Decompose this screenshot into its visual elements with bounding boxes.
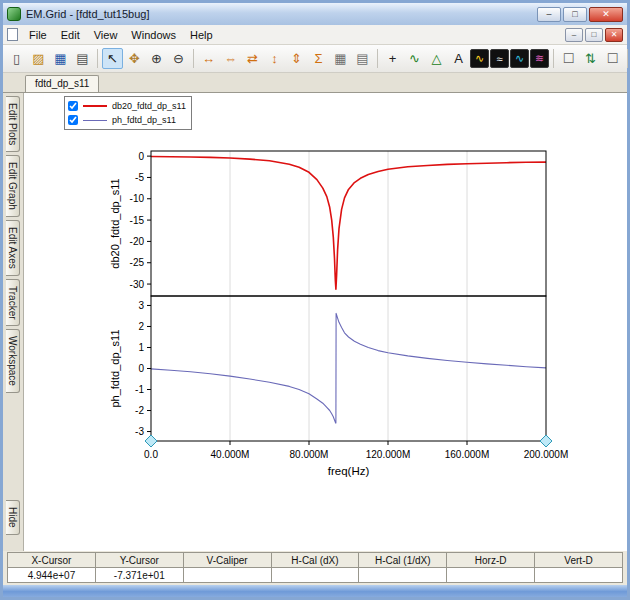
legend-label: ph_fdtd_dp_s11	[112, 115, 176, 125]
axis-handle-icon[interactable]	[540, 435, 552, 447]
toolbar-separator	[377, 49, 378, 68]
status-value-h-cal-dx-	[271, 568, 359, 583]
window-bottom-frame	[3, 585, 627, 597]
sidebar-tab-tracker[interactable]: Tracker	[6, 279, 20, 327]
chart-canvas: 0-5-10-15-20-25-30db20_fdtd_dp_s113210-1…	[24, 93, 627, 551]
curve-ph_fdtd_dp_s11	[151, 313, 546, 423]
status-header-y-cursor: Y-Cursor	[95, 553, 183, 568]
y-tick-label: -3	[135, 426, 144, 437]
track-checkbox-icon[interactable]: ☐	[602, 48, 623, 69]
legend-line-sample	[83, 105, 107, 107]
legend-entry: db20_fdtd_dp_s11	[68, 99, 186, 113]
save-icon[interactable]: ▦	[50, 48, 71, 69]
status-value-y-cursor: -7.371e+01	[95, 568, 183, 583]
y-tick-label: -2	[135, 405, 144, 416]
document-tab[interactable]: fdtd_dp_s11	[25, 75, 99, 92]
x-tick-label: 40.000M	[211, 449, 250, 460]
plot-frame	[151, 151, 546, 296]
close-button[interactable]: ✕	[589, 7, 623, 22]
pan-hand-icon[interactable]: ✥	[124, 48, 145, 69]
grid-icon[interactable]: ▦	[330, 48, 351, 69]
x-tick-label: 160.000M	[445, 449, 489, 460]
expand-x-icon[interactable]: ⇔	[220, 48, 241, 69]
y-tick-label: 0	[138, 151, 144, 162]
legend-label: db20_fdtd_dp_s11	[112, 101, 186, 111]
sidebar-tab-edit-plots[interactable]: Edit Plots	[6, 96, 20, 152]
sidebar-tab-edit-graph[interactable]: Edit Graph	[6, 155, 20, 217]
document-icon[interactable]	[7, 28, 18, 41]
fit-y-icon[interactable]: ↕	[264, 48, 285, 69]
status-header-v-caliper: V-Caliper	[183, 553, 271, 568]
menu-file[interactable]: File	[22, 27, 54, 43]
axis-handle-icon[interactable]	[145, 435, 157, 447]
y-tick-label: -15	[130, 215, 145, 226]
show-points-checkbox-icon[interactable]: ☐	[558, 48, 579, 69]
zoom-out-icon[interactable]: ⊖	[168, 48, 189, 69]
curve-db20_fdtd_dp_s11	[151, 157, 546, 290]
window-title: EM.Grid - [fdtd_tut15bug]	[26, 8, 532, 20]
fft-icon[interactable]: ∿	[470, 49, 489, 68]
status-header-x-cursor: X-Cursor	[8, 553, 96, 568]
menu-edit[interactable]: Edit	[54, 27, 87, 43]
print-icon[interactable]: ▤	[72, 48, 93, 69]
waveform-icon[interactable]: ∿	[404, 48, 425, 69]
spectrum-icon[interactable]: ∿	[510, 49, 529, 68]
mdi-window-controls: – □ ✕	[565, 28, 624, 42]
y-tick-label: -25	[130, 257, 145, 268]
y-tick-label: 2	[138, 321, 144, 332]
x-axis-title: freq(Hz)	[328, 465, 370, 477]
minimize-button[interactable]: –	[537, 7, 561, 22]
sum-icon[interactable]: Σ	[308, 48, 329, 69]
y-tick-label: -1	[135, 384, 144, 395]
fit-x-icon[interactable]: ↔	[198, 48, 219, 69]
dual-trace-icon[interactable]: ≈	[490, 49, 509, 68]
sidebar-tab-hide[interactable]: Hide	[6, 500, 20, 535]
app-icon	[7, 7, 21, 21]
y-tick-label: -30	[130, 279, 145, 290]
title-bar: EM.Grid - [fdtd_tut15bug] – □ ✕	[3, 3, 627, 25]
status-header-h-cal-1-dx-: H-Cal (1/dX)	[359, 553, 447, 568]
status-table: X-CursorY-CursorV-CaliperH-Cal (dX)H-Cal…	[7, 552, 623, 583]
expand-y-icon[interactable]: ⇕	[286, 48, 307, 69]
axes-icon[interactable]: ▤	[352, 48, 373, 69]
menu-windows[interactable]: Windows	[124, 27, 183, 43]
window-body: Edit PlotsEdit GraphEdit AxesTrackerWork…	[3, 93, 627, 551]
toolbar-separator	[193, 49, 194, 68]
y-axis-title: ph_fdtd_dp_s11	[109, 329, 121, 407]
open-folder-icon[interactable]: ▨	[28, 48, 49, 69]
sidebar-tab-edit-axes[interactable]: Edit Axes	[6, 220, 20, 276]
maximize-button[interactable]: □	[563, 7, 587, 22]
menu-help[interactable]: Help	[183, 27, 220, 43]
toolbar: ▯▨▦▤↖✥⊕⊖↔⇔⇄↕⇕Σ▦▤+∿△A∿≈∿≋☐⇅☐⇤≡ Layout	[3, 45, 627, 73]
plot-area: db20_fdtd_dp_s11ph_fdtd_dp_s11 0-5-10-15…	[23, 93, 627, 551]
status-value-v-caliper	[183, 568, 271, 583]
x-tick-label: 200.000M	[524, 449, 568, 460]
select-arrow-icon[interactable]: ↖	[102, 48, 123, 69]
y-axis-title: db20_fdtd_dp_s11	[109, 178, 121, 268]
new-document-icon[interactable]: ▯	[6, 48, 27, 69]
status-value-h-cal-1-dx-	[359, 568, 447, 583]
autoscale-icon[interactable]: ⇅	[580, 48, 601, 69]
toolbar-separator	[553, 49, 554, 68]
sidebar-tab-workspace[interactable]: Workspace	[6, 329, 20, 393]
toolbar-separator	[627, 49, 628, 68]
add-marker-icon[interactable]: +	[382, 48, 403, 69]
mdi-minimize-button[interactable]: –	[565, 28, 583, 42]
legend-checkbox-ph-fdtd-dp-s11[interactable]	[68, 115, 78, 125]
text-label-icon[interactable]: A	[448, 48, 469, 69]
zoom-in-icon[interactable]: ⊕	[146, 48, 167, 69]
envelope-icon[interactable]: ≋	[530, 49, 549, 68]
pan-x-icon[interactable]: ⇄	[242, 48, 263, 69]
menu-view[interactable]: View	[87, 27, 125, 43]
status-value-vert-d	[535, 568, 623, 583]
legend-checkbox-db20-fdtd-dp-s11[interactable]	[68, 101, 78, 111]
y-tick-label: 3	[138, 300, 144, 311]
mdi-restore-button[interactable]: □	[585, 28, 603, 42]
mdi-close-button[interactable]: ✕	[605, 28, 623, 42]
y-tick-label: 0	[138, 363, 144, 374]
y-tick-label: -10	[130, 193, 145, 204]
window-controls: – □ ✕	[537, 7, 623, 22]
document-tab-bar: fdtd_dp_s11	[3, 73, 627, 93]
delta-wave-icon[interactable]: △	[426, 48, 447, 69]
y-tick-label: -20	[130, 236, 145, 247]
